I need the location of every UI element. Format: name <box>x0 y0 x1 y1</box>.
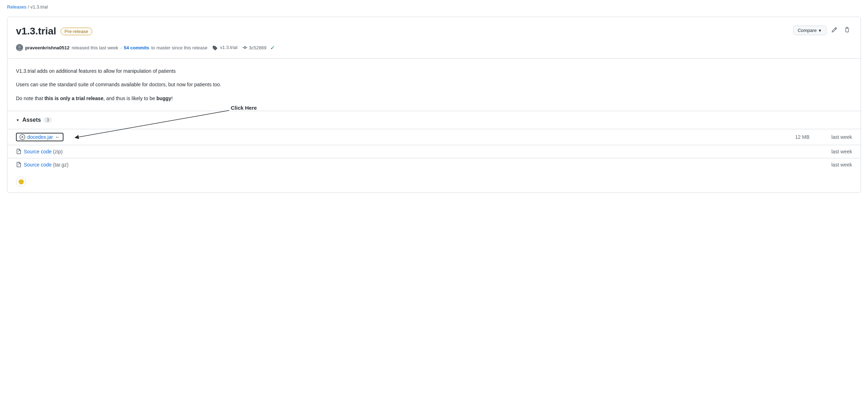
zip-time: last week <box>824 149 852 154</box>
emoji-reaction-button[interactable]: 🙂 <box>16 177 26 187</box>
release-actions: Compare ▼ <box>793 26 852 35</box>
tag-ref-area: v1.3.trial <box>212 45 238 50</box>
jar-icon <box>20 134 25 140</box>
release-title-area: v1.3.trial Pre-release <box>16 26 92 37</box>
edit-button[interactable] <box>829 26 839 35</box>
jar-download-link[interactable]: docedex.jar <box>27 134 53 140</box>
tag-name: v1.3.trial <box>220 45 238 50</box>
targz-download-link[interactable]: Source code (tar.gz) <box>24 162 68 168</box>
zip-icon <box>16 149 22 154</box>
commits-suffix: to master since this release <box>151 45 207 50</box>
asset-name-targz: Source code (tar.gz) <box>16 162 781 168</box>
release-header: v1.3.trial Pre-release Compare ▼ <box>7 17 861 44</box>
asset-row-zip[interactable]: Source code (zip) last week <box>7 145 861 158</box>
assets-header: ▼ Assets 3 <box>7 111 861 129</box>
release-title: v1.3.trial <box>16 26 56 37</box>
breadcrumb-current: v1.3.trial <box>30 4 48 10</box>
commit-ref-area: 3c52869 <box>243 45 267 50</box>
body-paragraph-2: Users can use the standard suite of comm… <box>16 81 852 88</box>
release-card: v1.3.trial Pre-release Compare ▼ <box>7 17 861 193</box>
breadcrumb: Releases / v1.3.trial <box>7 4 861 10</box>
targz-time: last week <box>824 162 852 168</box>
reaction-area: 🙂 <box>7 171 861 192</box>
compare-button[interactable]: Compare ▼ <box>793 26 827 35</box>
verified-icon: ✓ <box>270 44 275 51</box>
released-text: released this last week <box>72 45 118 50</box>
avatar <box>16 44 23 51</box>
assets-section: ▼ Assets 3 Click Here docedex.jar <box>7 111 861 171</box>
asset-row-targz[interactable]: Source code (tar.gz) last week <box>7 158 861 171</box>
meta-dot: · <box>121 45 122 50</box>
targz-icon <box>16 162 22 168</box>
jar-highlighted-box: docedex.jar ← <box>16 133 63 141</box>
assets-label: Assets <box>22 117 41 123</box>
chevron-down-icon: ▼ <box>818 28 822 33</box>
asset-row-jar[interactable]: Click Here docedex.jar ← 12 MB last week <box>7 129 861 145</box>
assets-count-badge: 3 <box>44 117 52 123</box>
release-meta: praveenkrishna0512 released this last we… <box>7 44 861 58</box>
breadcrumb-separator: / <box>28 4 29 10</box>
svg-point-1 <box>17 49 22 51</box>
body-paragraph-1: V1.3.trial adds on additional features t… <box>16 67 852 75</box>
svg-point-0 <box>18 45 21 48</box>
commits-link[interactable]: 54 commits <box>124 45 149 50</box>
arrow-indicator: ← <box>55 134 60 140</box>
commit-hash: 3c52869 <box>249 45 267 50</box>
release-body: V1.3.trial adds on additional features t… <box>7 59 861 111</box>
zip-download-link[interactable]: Source code (zip) <box>24 149 63 154</box>
releases-link[interactable]: Releases <box>7 4 26 10</box>
author-link[interactable]: praveenkrishna0512 <box>25 45 69 50</box>
triangle-down-icon: ▼ <box>16 118 20 122</box>
jar-size: 12 MB <box>781 134 809 140</box>
asset-name-zip: Source code (zip) <box>16 149 781 154</box>
jar-time: last week <box>824 134 852 140</box>
asset-name-jar: docedex.jar ← <box>16 133 781 141</box>
body-paragraph-3: Do note that this is only a trial releas… <box>16 94 852 102</box>
delete-button[interactable] <box>842 26 852 35</box>
pre-release-badge: Pre-release <box>61 28 92 35</box>
